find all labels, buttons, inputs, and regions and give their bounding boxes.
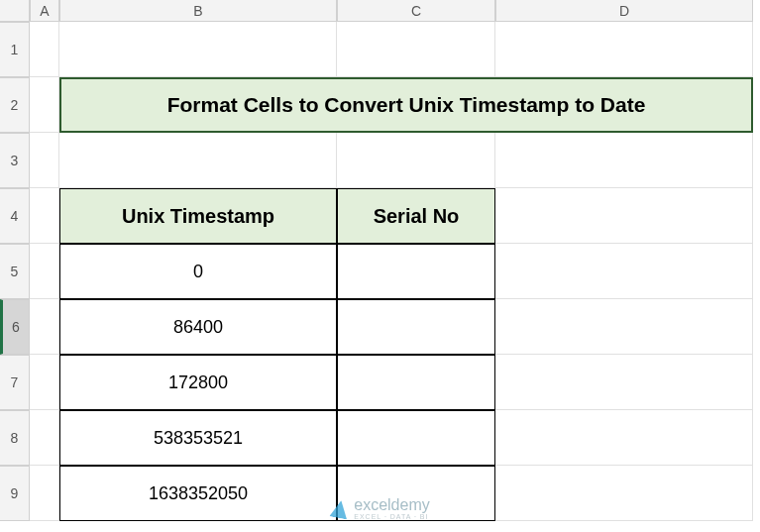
cell-c3[interactable] (337, 133, 495, 188)
cell-a1[interactable] (30, 22, 59, 77)
cell-a6[interactable] (30, 299, 59, 355)
cell-a7[interactable] (30, 355, 59, 410)
select-all-corner[interactable] (0, 0, 30, 22)
cell-b9[interactable]: 1638352050 (59, 466, 337, 521)
cell-d5[interactable] (495, 244, 753, 299)
cell-a4[interactable] (30, 188, 59, 244)
cell-a5[interactable] (30, 244, 59, 299)
cell-c5[interactable] (337, 244, 495, 299)
cell-b7[interactable]: 172800 (59, 355, 337, 410)
cell-d1[interactable] (495, 22, 753, 77)
cell-d8[interactable] (495, 410, 753, 466)
cell-c1[interactable] (337, 22, 495, 77)
cell-a2[interactable] (30, 77, 59, 133)
cell-a9[interactable] (30, 466, 59, 521)
cell-b1[interactable] (59, 22, 337, 77)
cell-c8[interactable] (337, 410, 495, 466)
cell-a3[interactable] (30, 133, 59, 188)
cell-d3[interactable] (495, 133, 753, 188)
row-header-8[interactable]: 8 (0, 410, 30, 466)
cell-b5[interactable]: 0 (59, 244, 337, 299)
watermark-sub: EXCEL · DATA · BI (354, 513, 429, 520)
watermark-main: exceldemy (354, 497, 429, 513)
col-header-b[interactable]: B (59, 0, 337, 22)
cell-b3[interactable] (59, 133, 337, 188)
cell-b6[interactable]: 86400 (59, 299, 337, 355)
row-header-4[interactable]: 4 (0, 188, 30, 244)
cell-a8[interactable] (30, 410, 59, 466)
col-header-c[interactable]: C (337, 0, 495, 22)
col-header-d[interactable]: D (495, 0, 753, 22)
spreadsheet-grid: A B C D 1 2 Format Cells to Convert Unix… (0, 0, 760, 521)
row-header-1[interactable]: 1 (0, 22, 30, 77)
table-header-timestamp[interactable]: Unix Timestamp (59, 188, 337, 244)
watermark: exceldemy EXCEL · DATA · BI (330, 497, 429, 520)
cell-c6[interactable] (337, 299, 495, 355)
row-header-3[interactable]: 3 (0, 133, 30, 188)
title-cell[interactable]: Format Cells to Convert Unix Timestamp t… (59, 77, 753, 133)
cell-d7[interactable] (495, 355, 753, 410)
watermark-text: exceldemy EXCEL · DATA · BI (354, 497, 429, 520)
row-header-7[interactable]: 7 (0, 355, 30, 410)
row-header-6[interactable]: 6 (0, 299, 30, 355)
row-header-9[interactable]: 9 (0, 466, 30, 521)
cell-b8[interactable]: 538353521 (59, 410, 337, 466)
cell-c7[interactable] (337, 355, 495, 410)
cell-d6[interactable] (495, 299, 753, 355)
watermark-icon (329, 498, 350, 519)
cell-d9[interactable] (495, 466, 753, 521)
row-header-5[interactable]: 5 (0, 244, 30, 299)
col-header-a[interactable]: A (30, 0, 59, 22)
cell-d4[interactable] (495, 188, 753, 244)
row-header-2[interactable]: 2 (0, 77, 30, 133)
table-header-serial[interactable]: Serial No (337, 188, 495, 244)
